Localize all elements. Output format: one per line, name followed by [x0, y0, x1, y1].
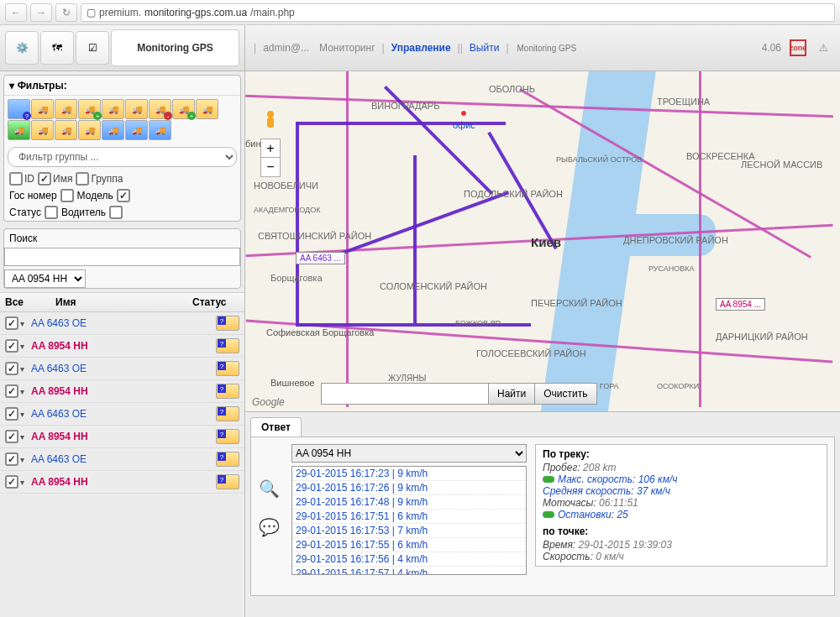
chk-id[interactable]: ID [9, 172, 34, 186]
status-icon[interactable] [216, 361, 239, 376]
filter-unknown[interactable]: ? [8, 99, 30, 119]
reload-button[interactable]: ↻ [55, 3, 77, 22]
filter-truck-2[interactable]: 🚚 [55, 99, 77, 119]
filter-blue-2[interactable]: 🚚 [125, 120, 148, 140]
row-checkbox[interactable] [5, 407, 18, 421]
status-icon[interactable] [216, 338, 239, 353]
eye-icon[interactable] [543, 476, 554, 483]
table-row[interactable]: ▾AA 6463 OE [0, 403, 244, 426]
row-checkbox[interactable] [5, 452, 18, 466]
filter-truck-1[interactable]: 🚚 [31, 99, 54, 119]
collapse-icon[interactable]: ▾ [9, 80, 14, 92]
col-status[interactable]: Статус [192, 296, 239, 308]
list-tool-icon[interactable]: ☑ [76, 31, 109, 65]
status-icon[interactable] [216, 384, 239, 399]
log-entry[interactable]: 29-01-2015 16:17:51 | 6 km/h [292, 510, 526, 524]
map[interactable]: Киев ВИНОГРАДАРЬ ОБОЛОНЬ ТРОЕЩИНА ВОСКРЕ… [245, 71, 840, 411]
chk-group[interactable]: Группа [76, 172, 123, 186]
response-vehicle-select[interactable]: AA 0954 HH [291, 444, 527, 463]
filter-truck-add[interactable]: 🚚+ [78, 99, 101, 119]
log-entry[interactable]: 29-01-2015 16:17:56 | 4 km/h [292, 552, 526, 567]
nav-control[interactable]: Управление [388, 42, 454, 54]
table-row[interactable]: ▾AA 8954 HH [0, 335, 244, 358]
vehicle-plate[interactable]: AA 6463 OE [31, 317, 216, 329]
filter-truck-4[interactable]: 🚚 [125, 99, 148, 119]
log-entry[interactable]: 29-01-2015 16:17:26 | 9 km/h [292, 481, 526, 495]
table-row[interactable]: ▾AA 8954 HH [0, 426, 244, 448]
status-icon[interactable] [216, 474, 239, 489]
map-tool-icon[interactable]: 🗺 [40, 31, 74, 65]
col-name[interactable]: Имя [55, 296, 192, 308]
status-icon[interactable] [216, 452, 239, 467]
vehicle-marker-1[interactable]: AA 6463 ... [296, 252, 345, 264]
table-row[interactable]: ▾AA 8954 HH [0, 471, 244, 494]
back-button[interactable]: ← [5, 3, 27, 22]
vehicle-plate[interactable]: AA 6463 OE [31, 363, 216, 374]
row-checkbox[interactable] [5, 430, 18, 443]
row-checkbox[interactable] [5, 362, 18, 375]
eye-icon-2[interactable] [543, 511, 554, 518]
vehicle-table-header: Все Имя Статус [0, 292, 244, 312]
row-checkbox[interactable] [5, 316, 18, 330]
filter-truck-8[interactable]: 🚚 [78, 120, 101, 140]
pegman-icon[interactable] [262, 109, 279, 133]
warning-icon[interactable]: ⚠ [815, 39, 832, 56]
search-select[interactable]: AA 0954 HH [4, 269, 86, 288]
zoom-in-button[interactable]: + [261, 139, 280, 158]
row-checkbox[interactable] [5, 339, 18, 353]
table-row[interactable]: ▾AA 6463 OE [0, 312, 244, 335]
filter-truck-6[interactable]: 🚚 [31, 120, 54, 140]
chk-name[interactable]: Имя [38, 172, 72, 186]
row-checkbox[interactable] [5, 384, 18, 398]
filter-blue-1[interactable]: 🚚 [102, 120, 124, 140]
chk-driver[interactable] [109, 206, 123, 219]
filter-truck-3[interactable]: 🚚 [102, 99, 124, 119]
filter-truck-5[interactable]: 🚚 [196, 99, 218, 119]
vehicle-plate[interactable]: AA 8954 HH [31, 385, 216, 397]
status-icon[interactable] [216, 406, 239, 421]
filter-truck-add2[interactable]: 🚚+ [172, 99, 195, 119]
table-row[interactable]: ▾AA 8954 HH [0, 380, 244, 403]
vehicle-plate[interactable]: AA 8954 HH [31, 431, 216, 442]
log-entry[interactable]: 29-01-2015 16:17:53 | 7 km/h [292, 524, 526, 538]
row-checkbox[interactable] [5, 475, 18, 489]
filter-online[interactable]: 🚚 [8, 120, 30, 140]
chk-model[interactable] [117, 189, 130, 202]
status-icon[interactable] [216, 429, 239, 444]
chat-icon[interactable]: 💬 [258, 516, 280, 538]
search-input[interactable] [4, 248, 240, 266]
svg-rect-1 [267, 118, 274, 128]
zoom-out-button[interactable]: − [261, 158, 280, 176]
map-clear-button[interactable]: Очистить [534, 383, 596, 405]
filter-truck-7[interactable]: 🚚 [55, 120, 77, 140]
log-entry[interactable]: 29-01-2015 16:17:57 | 4 km/h [292, 567, 526, 575]
status-icon[interactable] [216, 316, 239, 331]
forward-button[interactable]: → [30, 3, 52, 22]
chk-plate[interactable] [60, 189, 74, 202]
speed-log[interactable]: 29-01-2015 16:17:23 | 9 km/h29-01-2015 1… [291, 466, 527, 575]
log-entry[interactable]: 29-01-2015 16:17:48 | 9 km/h [292, 495, 526, 510]
map-search-input[interactable] [321, 383, 489, 405]
vehicle-plate[interactable]: AA 6463 OE [31, 408, 216, 420]
group-filter-select[interactable]: Фильтр группы ... [8, 147, 237, 167]
vehicle-marker-2[interactable]: AA 8954 ... [716, 298, 765, 311]
magnify-icon[interactable]: 🔍 [258, 478, 280, 499]
vehicle-plate[interactable]: AA 8954 HH [31, 476, 216, 488]
filter-truck-remove[interactable]: 🚚- [149, 99, 171, 119]
col-all[interactable]: Все [5, 296, 55, 308]
table-row[interactable]: ▾AA 6463 OE [0, 358, 244, 380]
log-entry[interactable]: 29-01-2015 16:17:55 | 6 km/h [292, 538, 526, 552]
table-row[interactable]: ▾AA 6463 OE [0, 448, 244, 471]
settings-icon[interactable]: ⚙️ [5, 31, 39, 65]
chk-status[interactable] [45, 206, 58, 219]
vehicle-plate[interactable]: AA 6463 OE [31, 453, 216, 465]
map-find-button[interactable]: Найти [488, 383, 535, 405]
log-entry[interactable]: 29-01-2015 16:17:23 | 9 km/h [292, 467, 526, 481]
nav-monitoring[interactable]: Мониторинг [316, 42, 379, 54]
nav-logout[interactable]: Выйти [466, 42, 503, 54]
vehicle-plate[interactable]: AA 8954 HH [31, 340, 216, 352]
url-bar[interactable]: ▢ premium.monitoring-gps.com.ua/main.php [81, 3, 835, 22]
response-tab[interactable]: Ответ [250, 417, 302, 437]
filter-blue-3[interactable]: 🚚 [149, 120, 171, 140]
zone-icon[interactable]: zone [790, 39, 806, 56]
